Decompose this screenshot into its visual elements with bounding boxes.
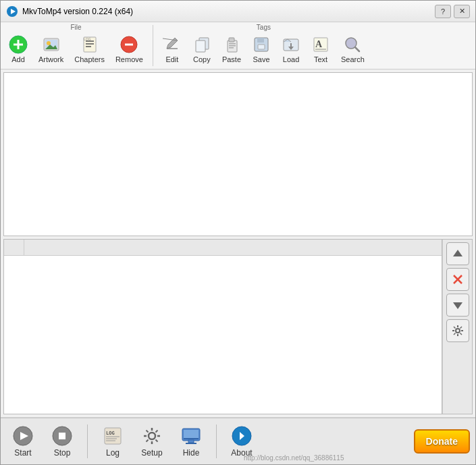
add-label: Add	[11, 55, 25, 63]
svg-rect-24	[229, 45, 236, 47]
text-label: Text	[314, 55, 327, 63]
svg-rect-71	[188, 440, 194, 443]
search-icon	[343, 35, 362, 54]
svg-line-67	[147, 440, 149, 442]
tags-section-label: Tags	[155, 22, 373, 31]
bottom-separator-2	[216, 425, 217, 458]
bottom-bar: Start Stop LOG	[1, 417, 475, 464]
main-content	[1, 70, 475, 417]
svg-text:A: A	[315, 39, 323, 49]
text-button[interactable]: A Text	[306, 32, 336, 66]
track-remove-button[interactable]	[446, 268, 469, 291]
setup-label: Setup	[141, 448, 162, 458]
remove-label: Remove	[115, 55, 143, 63]
track-controls	[442, 240, 472, 414]
copy-label: Copy	[193, 55, 211, 63]
edit-button[interactable]: Edit	[157, 32, 187, 66]
hide-button[interactable]: Hide	[174, 422, 208, 460]
stop-label: Stop	[54, 448, 71, 458]
svg-text:LOG: LOG	[84, 37, 91, 41]
svg-rect-25	[229, 47, 234, 49]
svg-text:LOG: LOG	[106, 431, 115, 436]
log-button[interactable]: LOG Log	[96, 422, 130, 460]
svg-rect-22	[229, 38, 234, 42]
track-settings-button[interactable]	[446, 319, 469, 342]
svg-rect-28	[258, 45, 265, 49]
svg-point-41	[456, 329, 460, 333]
app-icon	[6, 5, 18, 18]
svg-rect-72	[186, 443, 196, 444]
artwork-button[interactable]: Artwork	[33, 32, 69, 66]
setup-icon	[141, 425, 163, 447]
copy-button[interactable]: Copy	[187, 32, 217, 66]
track-area	[3, 239, 473, 414]
track-down-button[interactable]	[446, 294, 469, 317]
track-up-button[interactable]	[446, 242, 469, 265]
track-list[interactable]	[4, 240, 442, 414]
svg-line-66	[156, 431, 158, 433]
add-button[interactable]: Add	[3, 32, 33, 66]
artwork-icon	[42, 35, 61, 54]
svg-line-64	[147, 431, 149, 433]
paste-label: Paste	[222, 55, 241, 63]
chapters-button[interactable]: LOG Chapters	[69, 32, 110, 66]
edit-icon	[163, 35, 182, 54]
bottom-separator-1	[87, 425, 88, 458]
edit-label: Edit	[165, 55, 178, 63]
text-icon: A	[311, 35, 330, 54]
save-button[interactable]: Save	[246, 32, 276, 66]
title-controls: ? ✕	[435, 5, 470, 18]
svg-line-47	[460, 333, 462, 335]
start-button[interactable]: Start	[6, 422, 40, 460]
log-label: Log	[106, 448, 120, 458]
add-icon	[9, 35, 28, 54]
paste-icon	[222, 35, 241, 54]
svg-line-36	[355, 47, 359, 51]
title-bar: MkvToMp4 version 0.224 (x64) ? ✕	[1, 1, 475, 22]
search-label: Search	[341, 55, 365, 63]
log-icon: LOG	[102, 425, 124, 447]
svg-rect-70	[184, 438, 199, 439]
toolbar: File Add	[1, 22, 475, 70]
track-header	[4, 240, 442, 256]
hide-icon	[180, 425, 202, 447]
setup-button[interactable]: Setup	[135, 422, 169, 460]
save-label: Save	[253, 55, 269, 63]
stop-icon	[51, 425, 73, 447]
start-label: Start	[14, 448, 31, 458]
remove-icon	[120, 35, 138, 54]
chapters-icon: LOG	[80, 35, 99, 54]
bottom-right-area: Donate	[414, 429, 470, 454]
tags-section: Tags Edit	[155, 22, 373, 69]
svg-rect-53	[59, 433, 65, 439]
svg-rect-69	[184, 430, 199, 439]
load-button[interactable]: Load	[276, 32, 306, 66]
start-icon	[12, 425, 34, 447]
svg-rect-27	[257, 38, 264, 43]
file-section-label: File	[1, 22, 151, 31]
help-button[interactable]: ?	[435, 5, 451, 18]
svg-line-48	[460, 327, 462, 329]
tags-buttons: Edit Copy	[155, 31, 373, 69]
about-icon	[231, 425, 253, 447]
toolbar-divider	[153, 25, 153, 66]
remove-button[interactable]: Remove	[110, 32, 149, 66]
stop-button[interactable]: Stop	[45, 422, 79, 460]
chapters-label: Chapters	[74, 55, 105, 63]
about-button[interactable]: About	[225, 422, 259, 460]
donate-button[interactable]: Donate	[414, 429, 470, 454]
svg-point-59	[149, 433, 155, 439]
file-buttons: Add Artwork	[1, 31, 151, 69]
window-title: MkvToMp4 version 0.224 (x64)	[22, 7, 435, 16]
svg-rect-23	[229, 43, 236, 45]
close-button[interactable]: ✕	[454, 5, 470, 18]
load-label: Load	[283, 55, 299, 63]
search-button[interactable]: Search	[336, 32, 370, 66]
file-section: File Add	[1, 22, 151, 69]
copy-icon	[192, 35, 211, 54]
file-list[interactable]	[3, 72, 473, 236]
paste-button[interactable]: Paste	[217, 32, 246, 66]
svg-line-65	[156, 440, 158, 442]
svg-line-46	[454, 327, 456, 329]
load-icon	[282, 35, 300, 54]
